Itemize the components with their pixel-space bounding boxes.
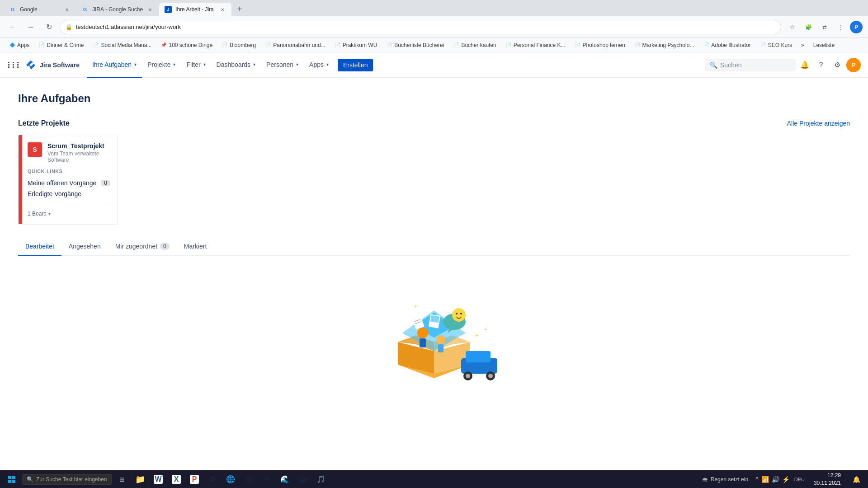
taskbar-files[interactable]: 🗂 — [295, 471, 311, 488]
bookmark-marketing[interactable]: 📄 Marketing Psycholo... — [631, 41, 698, 49]
apps-grid-button[interactable] — [7, 58, 22, 72]
bookmark-buecherliste-label: Bücherliste Bücherei — [394, 42, 444, 48]
taskbar-spotify[interactable]: 🎵 — [313, 471, 329, 488]
tab-bearbeitet-label: Bearbeitet — [25, 243, 54, 250]
tab-bearbeitet[interactable]: Bearbeitet — [18, 239, 61, 256]
tab-angesehen[interactable]: Angesehen — [61, 239, 108, 256]
create-button[interactable]: Erstellen — [338, 59, 373, 71]
tab-jira-search[interactable]: G JIRA - Google Suche ✕ — [76, 3, 159, 16]
project-info: Scrum_Testprojekt Vom Team verwaltete So… — [47, 142, 110, 163]
bookmark-social[interactable]: 📄 Social Media Mana... — [89, 41, 155, 49]
project-name[interactable]: Scrum_Testprojekt — [47, 142, 110, 150]
tab-google[interactable]: G Google ✕ — [4, 3, 76, 16]
bookmark-panorama[interactable]: 📄 Panoramabahn und... — [261, 41, 329, 49]
jira-logo-icon — [25, 60, 36, 70]
nav-projekte[interactable]: Projekte ▾ — [142, 52, 181, 78]
bookmark-dinner[interactable]: 📄 Dinner & Crime — [35, 41, 87, 49]
nav-dashboards[interactable]: Dashboards ▾ — [211, 52, 261, 78]
new-tab-button[interactable]: + — [233, 3, 246, 15]
help-button[interactable]: ? — [814, 58, 828, 72]
project-board[interactable]: 1 Board ▾ — [28, 205, 110, 217]
activity-tabs: Bearbeitet Angesehen Mir zugeordnet 0 Ma… — [18, 239, 850, 256]
view-all-projects-link[interactable]: Alle Projekte anzeigen — [787, 120, 850, 127]
notification-button[interactable]: 🔔 — [848, 471, 864, 488]
refresh-button[interactable]: ↻ — [42, 20, 56, 34]
volume-icon[interactable]: 🔊 — [772, 476, 779, 483]
google-favicon: G — [9, 6, 16, 13]
taskbar-chrome[interactable]: 🌐 — [222, 471, 239, 488]
taskbar-search[interactable]: 🔍 Zur Suche Text hier eingeben — [22, 474, 112, 485]
nav-personen[interactable]: Personen ▾ — [261, 52, 304, 78]
address-bar[interactable]: 🔒 testdeutsch1.atlassian.net/jira/your-w… — [60, 20, 781, 34]
svg-point-8 — [466, 374, 470, 378]
network-icon[interactable]: 📶 — [761, 476, 769, 483]
notifications-bell-button[interactable]: 🔔 — [797, 58, 812, 72]
nav-filter[interactable]: Filter ▾ — [181, 52, 211, 78]
taskbar-app-5[interactable]: ⚙ — [204, 471, 221, 488]
svg-text:✦: ✦ — [414, 304, 417, 309]
clock-widget[interactable]: 12:29 30.11.2021 — [810, 472, 844, 487]
back-button[interactable]: ← — [5, 20, 20, 34]
weather-widget[interactable]: 🌧 Regen setzt ein — [698, 476, 752, 483]
bookmark-100[interactable]: 📌 100 schöne Dinge — [157, 41, 216, 49]
nav-ihre-aufgaben[interactable]: Ihre Aufgaben ▾ — [87, 52, 142, 78]
user-avatar[interactable]: P — [846, 58, 861, 72]
taskbar-powerpoint[interactable]: P — [186, 471, 203, 488]
chevron-icon[interactable]: ^ — [755, 476, 759, 483]
svg-rect-6 — [466, 351, 491, 362]
taskbar-word[interactable]: W — [150, 471, 166, 488]
tab-jira-search-close[interactable]: ✕ — [146, 6, 154, 13]
project-icon: S — [28, 142, 42, 157]
start-button[interactable] — [4, 471, 20, 488]
forward-button[interactable]: → — [24, 20, 38, 34]
settings-icon[interactable]: ⋮ — [834, 20, 848, 34]
profile-button[interactable]: P — [850, 21, 863, 33]
bookmark-apps[interactable]: 🔷 Apps — [5, 41, 33, 49]
tab-markiert[interactable]: Markiert — [177, 239, 214, 256]
settings-gear-button[interactable]: ⚙ — [830, 58, 844, 72]
bookmark-bloomberg[interactable]: 📄 Bloomberg — [218, 41, 259, 49]
tab-mir-zugeordnet[interactable]: Mir zugeordnet 0 — [108, 239, 177, 256]
nav-apps[interactable]: Apps ▾ — [304, 52, 334, 78]
bookmark-seo[interactable]: 📄 SEO Kurs — [756, 41, 796, 49]
bookmark-buecher-kaufen[interactable]: 📄 Bücher kaufen — [449, 41, 500, 49]
quick-link-open[interactable]: Meine offenen Vorgänge 0 — [28, 178, 110, 188]
svg-point-29 — [460, 313, 462, 314]
bookmark-leseliste[interactable]: Leseliste — [810, 41, 838, 49]
jira-search-favicon: G — [81, 6, 89, 13]
taskbar-taskview[interactable]: ⊞ — [114, 471, 130, 488]
nav-personen-label: Personen — [266, 61, 293, 68]
clock-date: 30.11.2021 — [814, 479, 841, 487]
tab-angesehen-label: Angesehen — [69, 243, 101, 250]
lock-icon: 🔒 — [66, 24, 72, 30]
taskbar-snip[interactable]: ✂ — [259, 471, 275, 488]
project-card-accent — [19, 135, 22, 224]
taskbar-edge[interactable]: 🌊 — [277, 471, 293, 488]
bookmark-photoshop[interactable]: 📄 Photoshop lernen — [571, 41, 629, 49]
bookmark-buecherliste[interactable]: 📄 Bücherliste Bücherei — [382, 41, 448, 49]
bookmarks-icon[interactable]: ☆ — [785, 20, 799, 34]
svg-rect-14 — [420, 338, 426, 347]
bookmark-personal-finance[interactable]: 📄 Personal Finance K... — [502, 41, 569, 49]
weather-icon: 🌧 — [702, 476, 708, 483]
apps-grid-icon — [8, 62, 21, 68]
address-text: testdeutsch1.atlassian.net/jira/your-wor… — [76, 23, 775, 30]
tab-google-close[interactable]: ✕ — [63, 6, 71, 13]
quick-link-done[interactable]: Erledigte Vorgänge — [28, 188, 110, 199]
bookmark-adobe-label: Adobe Illustrator — [711, 42, 750, 48]
taskbar: 🔍 Zur Suche Text hier eingeben ⊞ 📁 W X P… — [0, 470, 868, 488]
app5-icon: ⚙ — [209, 475, 216, 483]
search-bar[interactable]: 🔍 Suchen — [705, 59, 796, 71]
sync-icon[interactable]: ⇄ — [817, 20, 832, 34]
bookmarks-more-button[interactable]: » — [797, 41, 808, 49]
extensions-icon[interactable]: 🧩 — [801, 20, 816, 34]
bookmark-adobe[interactable]: 📄 Adobe Illustrator — [699, 41, 754, 49]
taskbar-app-7[interactable]: ◎ — [241, 471, 257, 488]
taskbar-excel[interactable]: X — [168, 471, 184, 488]
taskbar-explorer[interactable]: 📁 — [132, 471, 148, 488]
battery-icon[interactable]: ⚡ — [782, 476, 790, 483]
jira-logo[interactable]: Jira Software — [25, 60, 80, 70]
tab-jira-work-close[interactable]: ✕ — [219, 6, 226, 13]
bookmark-praktikum[interactable]: 📄 Praktikum WU — [331, 41, 381, 49]
tab-jira-work[interactable]: J Ihre Arbeit - Jira ✕ — [159, 3, 231, 16]
